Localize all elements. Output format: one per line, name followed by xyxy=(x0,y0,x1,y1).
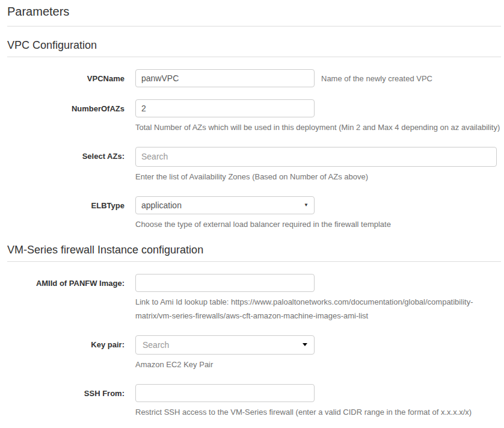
keypair-label: Key pair: xyxy=(7,335,124,372)
field-row-elbtype: ELBType application ▼ Choose the type of… xyxy=(7,196,501,232)
elbtype-select[interactable]: application ▼ xyxy=(135,196,315,214)
numberofazs-label: NumberOfAZs xyxy=(7,99,124,135)
vpcname-control: Name of the newly created VPC xyxy=(135,69,501,87)
elbtype-selected-value: application xyxy=(141,200,182,210)
section-heading-vpc-configuration: VPC Configuration xyxy=(7,39,501,52)
field-row-amiid: AMIId of PANFW Image: Link to Ami Id loo… xyxy=(7,274,501,323)
field-row-sshfrom: SSH From: Restrict SSH access to the VM-… xyxy=(7,384,501,420)
title-divider xyxy=(7,26,501,26)
field-row-numberofazs: NumberOfAZs Total Number of AZs which wi… xyxy=(7,99,501,135)
section-heading-vmseries-configuration: VM-Series firewall Instance configuratio… xyxy=(7,244,501,256)
numberofazs-input[interactable] xyxy=(135,99,315,117)
sshfrom-help: Restrict SSH access to the VM-Series fir… xyxy=(135,406,501,420)
elbtype-control: application ▼ Choose the type of externa… xyxy=(135,196,501,232)
field-row-keypair: Key pair: Search Amazon EC2 Key Pair xyxy=(7,335,501,372)
select-azs-label: Select AZs: xyxy=(7,147,124,184)
elbtype-help: Choose the type of external load balance… xyxy=(135,218,501,232)
numberofazs-help: Total Number of AZs which will be used i… xyxy=(135,121,501,135)
numberofazs-control: Total Number of AZs which will be used i… xyxy=(135,99,501,135)
field-row-vpcname: VPCName Name of the newly created VPC xyxy=(7,69,501,87)
vpcname-control-line: Name of the newly created VPC xyxy=(135,69,501,87)
select-azs-control: Enter the list of Availability Zones (Ba… xyxy=(135,147,501,184)
keypair-select[interactable]: Search xyxy=(135,335,315,355)
amiid-label: AMIId of PANFW Image: xyxy=(7,274,124,323)
amiid-control: Link to Ami Id lookup table: https://www… xyxy=(135,274,501,323)
vpcname-label: VPCName xyxy=(7,69,124,87)
keypair-placeholder: Search xyxy=(143,340,169,350)
caret-down-icon xyxy=(303,343,307,346)
elbtype-label: ELBType xyxy=(7,196,124,232)
select-azs-search-input[interactable] xyxy=(135,147,497,167)
vpcname-help: Name of the newly created VPC xyxy=(321,74,432,83)
sshfrom-input[interactable] xyxy=(135,384,315,402)
sshfrom-label: SSH From: xyxy=(7,384,124,420)
select-azs-help: Enter the list of Availability Zones (Ba… xyxy=(135,170,501,184)
caret-down-icon: ▼ xyxy=(304,203,309,208)
sshfrom-control: Restrict SSH access to the VM-Series fir… xyxy=(135,384,501,420)
page-title: Parameters xyxy=(7,5,501,19)
vpc-section-divider xyxy=(7,57,501,57)
vpcname-input[interactable] xyxy=(135,69,315,87)
vmseries-section-divider xyxy=(7,261,501,262)
parameters-page: Parameters VPC Configuration VPCName Nam… xyxy=(0,0,504,428)
keypair-help: Amazon EC2 Key Pair xyxy=(135,358,501,372)
amiid-input[interactable] xyxy=(135,274,315,292)
keypair-control: Search Amazon EC2 Key Pair xyxy=(135,335,501,372)
field-row-select-azs: Select AZs: Enter the list of Availabili… xyxy=(7,147,501,184)
amiid-help: Link to Ami Id lookup table: https://www… xyxy=(135,296,501,323)
